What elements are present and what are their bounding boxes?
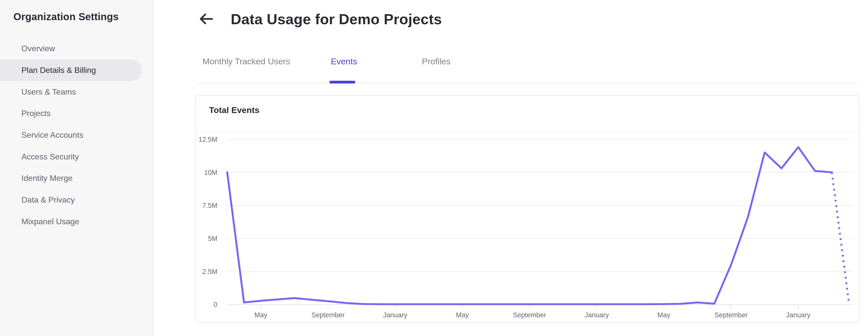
- events-series-dotted-projection: [832, 172, 849, 300]
- x-axis-label: September: [714, 311, 748, 319]
- sidebar-item-identity-merge[interactable]: Identity Merge: [0, 167, 142, 189]
- tab-monthly-tracked-users[interactable]: Monthly Tracked Users: [203, 57, 290, 66]
- x-axis-label: May: [657, 311, 671, 319]
- sidebar-item-service-accounts[interactable]: Service Accounts: [0, 124, 142, 146]
- y-axis-label: 12.5M: [198, 136, 217, 143]
- left-arrow-icon: [199, 13, 213, 25]
- page-title: Data Usage for Demo Projects: [231, 10, 442, 28]
- sidebar-item-users-teams[interactable]: Users & Teams: [0, 81, 142, 103]
- y-axis-label: 5M: [208, 235, 217, 242]
- x-axis-label: January: [383, 311, 407, 319]
- sidebar-nav: OverviewPlan Details & BillingUsers & Te…: [0, 38, 153, 232]
- x-axis-label: January: [585, 311, 609, 319]
- x-axis-label: January: [786, 311, 810, 319]
- y-axis-label: 7.5M: [202, 202, 217, 209]
- total-events-chart[interactable]: 12.5M10M7.5M5M2.5M0MaySeptemberJanuaryMa…: [196, 132, 860, 322]
- sidebar-item-data-privacy[interactable]: Data & Privacy: [0, 189, 142, 211]
- y-axis-label: 2.5M: [202, 268, 217, 275]
- x-axis-label: September: [513, 311, 546, 319]
- organization-settings-sidebar: Organization Settings OverviewPlan Detai…: [0, 0, 154, 336]
- tab-profiles[interactable]: Profiles: [422, 57, 451, 66]
- sidebar-item-mixpanel-usage[interactable]: Mixpanel Usage: [0, 211, 142, 233]
- x-axis-label: September: [311, 311, 345, 319]
- x-axis-label: May: [456, 311, 469, 319]
- chart-title: Total Events: [209, 105, 259, 115]
- tab-events[interactable]: Events: [331, 57, 357, 66]
- sidebar-item-projects[interactable]: Projects: [0, 103, 142, 124]
- sidebar-item-plan-details-billing[interactable]: Plan Details & Billing: [0, 60, 142, 81]
- active-tab-underline: [329, 81, 355, 84]
- sidebar-title: Organization Settings: [13, 11, 119, 23]
- events-series-line: [227, 147, 832, 304]
- tabs-divider: [196, 83, 860, 84]
- sidebar-item-overview[interactable]: Overview: [0, 38, 142, 60]
- y-axis-label: 10M: [204, 169, 217, 176]
- y-axis-label: 0: [214, 301, 217, 308]
- back-button[interactable]: [199, 13, 213, 25]
- x-axis-label: May: [254, 311, 268, 319]
- card-header: Total Events: [196, 96, 860, 132]
- sidebar-item-access-security[interactable]: Access Security: [0, 146, 142, 167]
